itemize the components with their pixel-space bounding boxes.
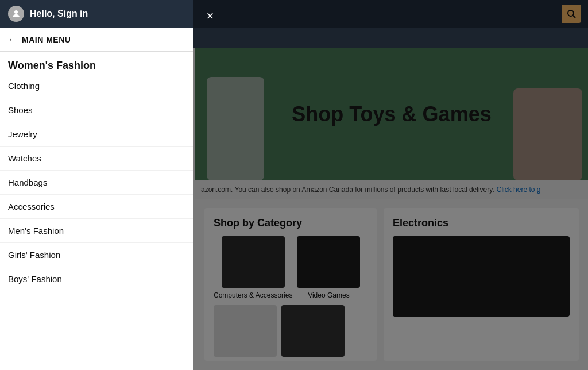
menu-item-shoes[interactable]: Shoes xyxy=(0,98,193,122)
main-menu-bar: ← MAIN MENU xyxy=(0,28,193,52)
menu-item-jewelry[interactable]: Jewelry xyxy=(0,122,193,147)
menu-item-girls-fashion[interactable]: Girls' Fashion xyxy=(0,243,193,267)
menu-item-handbags[interactable]: Handbags xyxy=(0,171,193,195)
svg-point-2 xyxy=(14,10,18,14)
main-menu-label: MAIN MENU xyxy=(22,35,71,44)
menu-item-watches[interactable]: Watches xyxy=(0,147,193,171)
menu-item-clothing[interactable]: Clothing xyxy=(0,74,193,98)
close-button[interactable]: × xyxy=(201,7,219,25)
sidebar-header: Hello, Sign in xyxy=(0,0,193,28)
section-title: Women's Fashion xyxy=(0,52,193,74)
back-arrow-icon[interactable]: ← xyxy=(8,34,17,45)
menu-items-list: Clothing Shoes Jewelry Watches Handbags … xyxy=(0,74,193,370)
avatar-icon xyxy=(8,6,24,22)
sidebar-header-title[interactable]: Hello, Sign in xyxy=(30,9,88,19)
menu-item-boys-fashion[interactable]: Boys' Fashion xyxy=(0,267,193,291)
menu-item-accessories[interactable]: Accessories xyxy=(0,195,193,219)
menu-item-mens-fashion[interactable]: Men's Fashion xyxy=(0,219,193,243)
sidebar-drawer: Hello, Sign in ← MAIN MENU Women's Fashi… xyxy=(0,0,193,370)
